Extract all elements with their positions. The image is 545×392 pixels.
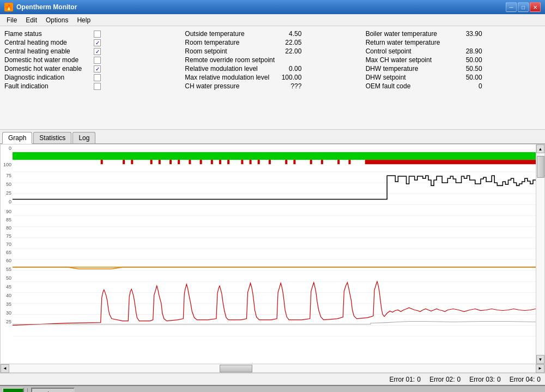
tab-graph[interactable]: Graph [2,132,32,144]
y-label-25: 25 [6,190,11,196]
y-axis: 0 100 75 50 25 0 90 85 80 75 70 65 60 55… [1,144,13,364]
svg-rect-36 [293,160,295,164]
svg-rect-20 [123,160,125,164]
status-bar: Error 01: 0 Error 02: 0 Error 03: 0 Erro… [0,373,545,385]
dhw-enable-checkbox[interactable] [94,65,101,73]
graph-area[interactable] [13,144,536,364]
flame-status-label: Flame status [4,30,92,38]
taskbar-app-button[interactable]: Opentherm M... [31,388,75,392]
minimize-button[interactable]: ─ [506,2,517,12]
dhw-enable-row: Domestic hot water enable [4,64,179,73]
ch-enable-checkbox[interactable] [94,48,101,55]
svg-rect-30 [227,160,229,164]
y-label-50: 50 [6,182,11,187]
room-setpoint-label: Room setpoint [185,47,272,55]
fault-row: Fault indication [4,82,179,91]
scroll-up-button[interactable]: ▲ [536,144,544,153]
fault-checkbox[interactable] [94,83,101,90]
y-label-75b: 75 [6,233,11,239]
y-label-85: 85 [6,217,11,222]
ch-mode-label: Central heating mode [4,39,92,46]
max-ch-setpoint-value: 50.00 [455,56,482,64]
h-scroll-thumb[interactable] [220,365,252,372]
horizontal-scrollbar[interactable]: ◄ ► [1,364,544,372]
svg-rect-25 [178,160,180,164]
dhw-mode-checkbox[interactable] [94,57,101,64]
error01-value: 0 [417,376,421,383]
error03-label: Error 03: [469,376,495,383]
window-controls: ─ □ ✕ [506,2,541,12]
dhw-temp-label: DHW temperature [366,65,453,73]
flame-status-row: Flame status [4,29,179,38]
menu-options[interactable]: Options [41,15,72,25]
y-label-75: 75 [6,173,11,178]
oem-fault-label: OEM fault code [366,82,453,90]
ch-mode-row: Central heating mode [4,38,179,47]
remote-override-row: Remote override room setpoint [185,56,360,64]
status-middle-column: Outside temperature 4.50 Room temperatur… [185,29,360,126]
dhw-mode-label: Domestic hot water mode [4,56,92,64]
menu-bar: File Edit Options Help [0,14,545,26]
scroll-track[interactable] [536,153,544,355]
tab-log[interactable]: Log [72,132,95,143]
maximize-button[interactable]: □ [518,2,529,12]
room-setpoint-value: 22.00 [274,47,301,55]
svg-rect-38 [321,160,323,164]
y-label-65: 65 [6,250,11,255]
scroll-thumb[interactable] [537,156,544,178]
dhw-mode-row: Domestic hot water mode [4,56,179,64]
menu-edit[interactable]: Edit [21,15,41,25]
svg-rect-26 [189,160,191,164]
start-button[interactable]: Start [2,388,24,392]
y-label-60: 60 [6,258,11,263]
scroll-down-button[interactable]: ▼ [536,355,544,364]
control-setpoint-label: Control setpoint [366,47,453,55]
flame-status-checkbox[interactable] [94,31,101,38]
fault-label: Fault indication [4,82,92,90]
vertical-scrollbar[interactable]: ▲ ▼ [536,144,544,364]
svg-rect-32 [250,160,252,164]
graph-svg [13,144,536,364]
scroll-right-button[interactable]: ► [536,364,544,373]
svg-rect-41 [365,160,536,164]
dhw-setpoint-value: 50.00 [455,74,482,81]
control-setpoint-row: Control setpoint 28.90 [366,47,541,56]
scroll-left-button[interactable]: ◄ [1,364,9,373]
room-temp-row: Room temperature 22.05 [185,38,360,47]
room-setpoint-row: Room setpoint 22.00 [185,47,360,56]
close-button[interactable]: ✕ [530,2,541,12]
ch-mode-checkbox[interactable] [94,39,101,46]
h-scroll-track[interactable] [9,364,536,372]
window-title: Opentherm Monitor [16,3,77,11]
y-label-0: 0 [9,146,11,151]
svg-rect-27 [200,160,202,164]
outside-temp-label: Outside temperature [185,30,272,38]
ch-pressure-row: CH water pressure ??? [185,82,360,91]
diag-label: Diagnostic indication [4,74,92,81]
rel-mod-value: 0.00 [274,65,301,73]
error02-value: 0 [457,376,461,383]
boiler-water-temp-label: Boiler water temperature [366,30,453,38]
tab-statistics[interactable]: Statistics [33,132,71,143]
y-label-30: 30 [6,310,11,316]
svg-rect-35 [285,160,287,164]
y-label-35: 35 [6,301,11,307]
diag-row: Diagnostic indication [4,73,179,82]
ch-pressure-label: CH water pressure [185,82,272,90]
menu-help[interactable]: Help [72,15,95,25]
status-left-column: Flame status Central heating mode Centra… [4,29,179,126]
oem-fault-value: 0 [455,82,482,90]
dhw-setpoint-row: DHW setpoint 50.00 [366,73,541,82]
error02-label: Error 02: [429,376,455,383]
dhw-setpoint-label: DHW setpoint [366,74,453,81]
svg-rect-40 [348,160,350,164]
y-label-70: 70 [6,242,11,247]
menu-file[interactable]: File [2,15,21,25]
y-label-100: 100 [3,162,11,167]
y-label-50b: 50 [6,275,11,281]
room-temp-value: 22.05 [274,39,301,46]
svg-rect-24 [169,160,172,164]
svg-rect-29 [219,160,221,164]
diag-checkbox[interactable] [94,74,101,81]
y-label-90: 90 [6,209,11,214]
